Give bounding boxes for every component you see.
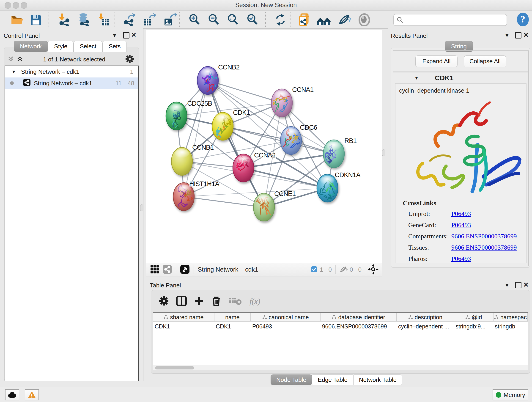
function-icon[interactable]: f(x) [249, 297, 260, 306]
show-eye-icon[interactable] [358, 13, 371, 26]
network-node-CCNB1[interactable] [171, 147, 192, 175]
table-cell[interactable]: 9606.ENSP00000378699 [321, 323, 397, 330]
column-header--id[interactable]: @id [454, 313, 494, 321]
zoom-in-icon[interactable] [188, 13, 201, 26]
export-table-icon[interactable] [142, 13, 156, 26]
tab-node-table[interactable]: Node Table [271, 375, 312, 385]
expand-collapse-bar: Expand All Collapse All [393, 51, 529, 72]
selected-counts: 1 - 0 [320, 266, 332, 273]
table-hscrollbar-thumb[interactable] [155, 366, 194, 370]
network-node-CDKN1A[interactable] [317, 174, 338, 211]
panel-float-icon[interactable] [515, 32, 521, 38]
export-network-icon[interactable] [123, 13, 136, 26]
panel-close-icon[interactable]: ✕ [523, 31, 529, 39]
save-icon[interactable] [29, 13, 43, 26]
grid-view-icon[interactable] [150, 265, 159, 275]
network-node-CDK1[interactable] [212, 112, 233, 142]
gear-icon[interactable] [159, 296, 168, 306]
panel-close-icon[interactable]: ✕ [131, 31, 136, 39]
table-cell[interactable]: CDK1 [153, 323, 215, 330]
gene-expander-icon[interactable]: ▼ [414, 75, 419, 81]
panel-float-icon[interactable] [123, 32, 129, 38]
tab-network[interactable]: Network [14, 41, 48, 52]
warning-button[interactable] [25, 389, 39, 400]
crosslink-label: Tissues: [408, 244, 451, 251]
column-header-shared-name[interactable]: shared name [153, 313, 215, 321]
collapse-all-button[interactable]: Collapse All [464, 56, 506, 67]
network-canvas[interactable]: CCNB2CCNA1CDC25BCDK1CDC6RB1CCNB1CCNA2CDK… [146, 30, 382, 263]
table-hscrollbar[interactable] [153, 365, 528, 370]
gene-section-header[interactable]: ▼ CDK1 [393, 72, 528, 83]
tab-edge-table[interactable]: Edge Table [312, 375, 353, 385]
search-input[interactable] [404, 17, 503, 24]
selected-checkbox-icon[interactable] [311, 266, 317, 274]
table-cell[interactable]: stringdb:9... [454, 323, 494, 330]
delete-table-icon[interactable] [229, 296, 242, 306]
hidden-eye-icon[interactable] [340, 265, 348, 274]
refresh-icon[interactable] [274, 13, 287, 26]
network-node-RB1[interactable] [318, 140, 345, 168]
export-image-icon[interactable] [163, 13, 177, 26]
tab-string[interactable]: String [445, 41, 473, 52]
open-folder-icon[interactable] [10, 13, 23, 26]
network-node-CDC25B[interactable] [166, 102, 187, 134]
column-header-database-identifier[interactable]: database identifier [321, 313, 397, 321]
help-icon[interactable]: ? [516, 12, 530, 26]
crosslink-link[interactable]: P06493 [451, 255, 471, 262]
import-database-icon[interactable] [77, 13, 91, 26]
table-cell[interactable]: CDK1 [215, 323, 251, 330]
tab-select[interactable]: Select [74, 41, 102, 52]
column-header-canonical-name[interactable]: canonical name [251, 313, 321, 321]
cloud-button[interactable] [5, 389, 19, 400]
table-cell[interactable]: stringdb [494, 323, 528, 330]
node-label-CDC25B: CDC25B [187, 100, 212, 107]
crosslink-link[interactable]: P06493 [451, 210, 471, 217]
panel-menu-icon[interactable]: ▼ [505, 282, 510, 288]
network-node-CCNE1[interactable] [253, 193, 274, 221]
crosslink-link[interactable]: 9606.ENSP00000378699 [451, 244, 517, 251]
open-in-window-icon[interactable] [180, 264, 190, 275]
panel-close-icon[interactable]: ✕ [523, 281, 529, 288]
collection-expander-icon[interactable]: ▼ [12, 69, 16, 75]
tab-style[interactable]: Style [48, 41, 74, 52]
clipboard-network-icon[interactable] [298, 13, 311, 26]
expand-all-chevron-icon[interactable] [17, 56, 23, 63]
expand-all-button[interactable]: Expand All [415, 56, 457, 67]
tab-network-table[interactable]: Network Table [353, 375, 402, 385]
collapse-all-chevron-icon[interactable] [8, 56, 14, 63]
zoom-out-icon[interactable] [207, 13, 220, 26]
network-view-icon[interactable] [162, 264, 172, 275]
houses-icon[interactable] [316, 13, 331, 26]
vertical-splitter-handle[interactable] [140, 204, 143, 211]
columns-icon[interactable] [176, 296, 187, 307]
panel-float-icon[interactable] [515, 282, 521, 288]
memory-button[interactable]: Memory [493, 389, 528, 400]
network-node-CDC6[interactable] [280, 127, 302, 154]
crosslink-link[interactable]: 9606.ENSP00000378699 [451, 233, 517, 240]
panel-menu-icon[interactable]: ▼ [505, 32, 510, 38]
import-table-icon[interactable] [97, 13, 110, 26]
table-cell[interactable]: cyclin–dependent ... [397, 323, 454, 330]
zoom-fit-icon[interactable] [226, 13, 240, 26]
gear-icon[interactable] [126, 55, 134, 64]
network-collection-row[interactable]: ▼ String Network – cdk1 1 [5, 66, 138, 77]
table-row[interactable]: CDK1CDK1P064939606.ENSP00000378699cyclin… [153, 322, 528, 331]
network-graph[interactable]: CCNB2CCNA1CDC25BCDK1CDC6RB1CCNB1CCNA2CDK… [146, 30, 382, 263]
hide-eye-icon[interactable] [338, 13, 351, 26]
import-network-icon[interactable] [58, 13, 71, 26]
vertical-splitter-handle[interactable] [382, 149, 385, 156]
column-header-namespac[interactable]: namespac [494, 313, 528, 321]
fit-content-icon[interactable] [368, 264, 379, 275]
column-header-description[interactable]: description [397, 313, 454, 321]
panel-menu-icon[interactable]: ▼ [112, 32, 117, 38]
add-column-icon[interactable] [194, 296, 204, 307]
delete-icon[interactable] [211, 296, 221, 307]
crosslink-row: Tissues:9606.ENSP00000378699 [408, 244, 526, 251]
table-header-row: shared namenamecanonical namedatabase id… [153, 313, 528, 322]
crosslink-link[interactable]: P06493 [451, 221, 471, 229]
zoom-selected-icon[interactable] [246, 13, 259, 26]
column-header-name[interactable]: name [215, 313, 251, 321]
tab-sets[interactable]: Sets [102, 41, 127, 52]
table-cell[interactable]: P06493 [251, 323, 321, 330]
network-row-selected[interactable]: String Network – cdk1 11 48 [5, 77, 138, 89]
